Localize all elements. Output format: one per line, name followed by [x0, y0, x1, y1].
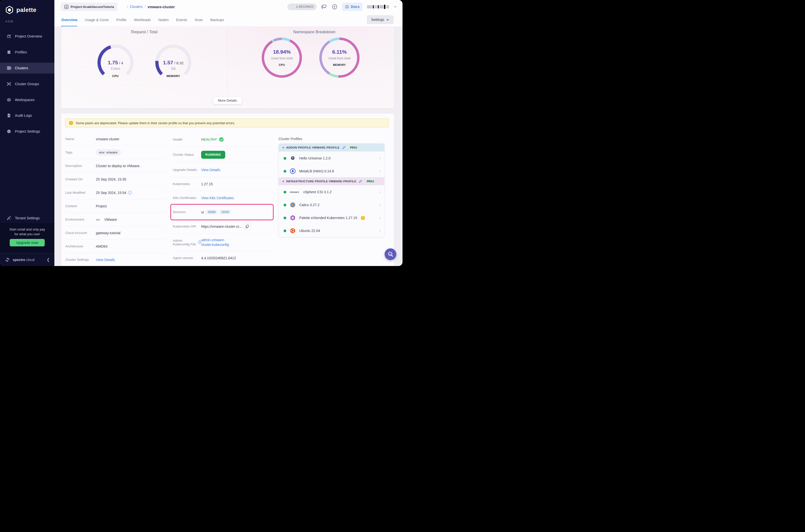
cluster-settings-view-details-link[interactable]: View Details [96, 258, 115, 262]
gear-icon [6, 129, 12, 134]
tag-badge: env: vmware [96, 150, 121, 155]
link-icon [359, 179, 362, 183]
status-dot [284, 157, 286, 160]
project-selector[interactable]: Project-ScaleSecureTutoria [61, 2, 117, 11]
chevron-right-icon: › [379, 203, 381, 207]
copy-icon[interactable] [244, 223, 251, 230]
sidebar-item-project-overview[interactable]: Project Overview [0, 31, 54, 42]
docs-button[interactable]: Docs [342, 3, 363, 11]
view-k8s-certificates-link[interactable]: View K8s Certificates [201, 196, 234, 200]
chevron-down-icon: ▾ [283, 146, 284, 149]
detail-row-kubernetes-api: Kubernetes APIhttps://vmware-cluster-ct.… [173, 219, 273, 234]
top-bar: Project-ScaleSecureTutoria / Clusters / … [54, 0, 402, 14]
usage-meter: 1.49/100kCh [287, 3, 317, 10]
tools-icon [6, 215, 12, 221]
detail-row-name: Namevmware-cluster [65, 132, 166, 146]
pack-row-hello-universe[interactable]: Hello Universe 1.2.0 › [279, 152, 384, 165]
chevron-down-icon: ▾ [283, 180, 284, 183]
metallb-icon [290, 168, 296, 174]
sidebar-item-tenant-settings[interactable]: Tenant Settings [0, 213, 54, 224]
chevron-right-icon: › [379, 215, 381, 220]
collapse-sidebar-icon[interactable]: ❮ [47, 257, 50, 262]
sidebar-item-label: Workspaces [15, 98, 35, 102]
upgrade-view-details-link[interactable]: View Details [201, 168, 220, 172]
user-name-redacted[interactable] [367, 5, 389, 9]
chevron-right-icon: › [379, 156, 381, 161]
docs-label: Docs [351, 5, 360, 9]
chevron-right-icon: › [379, 190, 381, 194]
tab-workloads[interactable]: Workloads [134, 13, 151, 26]
memory-gauge-chart: 1.57 / 8.32 Gb MEMORY [153, 43, 193, 82]
status-dot [284, 191, 286, 193]
audit-logs-icon [6, 113, 12, 118]
page-title: vmware-cluster [148, 5, 175, 9]
breadcrumb-clusters-link[interactable]: Clusters [130, 5, 142, 9]
tab-backups[interactable]: Backups [210, 13, 224, 26]
ubuntu-icon [290, 228, 296, 234]
detail-row-tags: Tagsenv: vmware [65, 146, 166, 159]
settings-button[interactable]: Settings [367, 15, 394, 24]
hello-universe-icon [290, 155, 296, 161]
cluster-profiles-panel: ▾ ADDON PROFILE VMWARE-PROFILE PROJ Hell… [279, 144, 384, 237]
link-icon [342, 146, 346, 150]
more-details-button[interactable]: More Details [213, 97, 242, 104]
project-overview-icon [6, 34, 12, 39]
chevron-down-icon [386, 18, 389, 21]
detail-row-kubernetes: Kubernetes1.27.15 [173, 177, 273, 191]
breadcrumb-separator: / [145, 5, 146, 9]
banner-text: Some packs are deprecated. Please update… [76, 121, 235, 125]
sidebar-item-workspaces[interactable]: Workspaces [0, 94, 54, 105]
info-icon[interactable]: i [128, 191, 132, 194]
detail-row-services: Servicesui:8080:3000 [173, 205, 273, 219]
pack-row-metallb[interactable]: MetalLB (Helm) 0.14.8 › [279, 165, 384, 177]
help-search-fab[interactable] [385, 248, 396, 260]
detail-row-admin-kubeconfig: Admin Kubeconfig Fileiadmin.vmware-clust… [173, 234, 273, 251]
pack-row-calico[interactable]: Calico 3.27.2 › [279, 199, 384, 211]
pack-row-vsphere-csi[interactable]: vmware vSphere CSI 3.1.2 › [279, 186, 384, 198]
service-port-3000-link[interactable]: :3000 [219, 210, 231, 214]
service-port-8080-link[interactable]: :8080 [206, 210, 217, 214]
svg-text:vm: vm [96, 218, 100, 221]
promo-text: Start small and only pay for what you us… [0, 223, 54, 236]
sidebar-item-project-settings[interactable]: Project Settings [0, 126, 54, 137]
sidebar-item-label: Tenant Settings [15, 216, 40, 220]
tab-events[interactable]: Events [176, 13, 187, 26]
breadcrumb-separator: / [127, 5, 128, 9]
info-icon[interactable]: i [198, 241, 201, 244]
tab-profile[interactable]: Profile [116, 13, 127, 26]
proj-badge: PROJ [365, 179, 376, 184]
detail-row-cluster-status: Cluster StatusRUNNING [173, 147, 273, 163]
calico-icon [290, 202, 296, 208]
proj-badge: PROJ [348, 145, 360, 150]
chat-icon[interactable] [321, 4, 327, 10]
tab-overview[interactable]: Overview [61, 13, 77, 26]
addon-profile-section-header[interactable]: ▾ ADDON PROFILE VMWARE-PROFILE PROJ [279, 144, 384, 152]
status-dot [284, 170, 286, 173]
infrastructure-profile-section-header[interactable]: ▾ INFRASTRUCTURE PROFILE VMWARE-PROFILE … [279, 177, 384, 185]
vmware-logo-icon: vmware [290, 190, 300, 194]
detail-row-architecture: ArchitectureAMD64 [65, 240, 166, 253]
namespace-breakdown-title: Namespace Breakdown [265, 30, 364, 34]
compass-icon[interactable] [332, 4, 338, 10]
kubeconfig-download-link[interactable]: admin.vmware-cluster.kubeconfig [201, 238, 229, 247]
sidebar-item-clusters[interactable]: Clusters [0, 62, 54, 74]
palette-logo: palette [5, 5, 37, 14]
sidebar-item-audit-logs[interactable]: Audit Logs [0, 110, 54, 121]
upgrade-now-button[interactable]: Upgrade now [10, 239, 45, 246]
details-left-column: Namevmware-cluster Tagsenv: vmware Descr… [65, 132, 166, 266]
sidebar-item-profiles[interactable]: Profiles [0, 47, 54, 58]
profiles-icon [6, 50, 12, 55]
user-menu-chevron-down-icon[interactable] [394, 5, 397, 8]
pack-row-ubuntu[interactable]: Ubuntu 22.04 › [279, 225, 384, 237]
sidebar-item-label: Profiles [15, 50, 27, 54]
breadcrumb: / Clusters / vmware-cluster [127, 0, 175, 14]
app-window: palette 4.4.20 Project Overview Profiles… [0, 0, 402, 266]
cpu-gauge-label: CPU [96, 75, 135, 77]
pack-row-palette-extended-kubernetes[interactable]: Palette eXtended Kubernetes 1.27.15 ! › [279, 212, 384, 224]
sidebar-item-cluster-groups[interactable]: Cluster Groups [0, 78, 54, 90]
tab-usage-costs[interactable]: Usage & Costs [85, 13, 109, 26]
tab-nodes[interactable]: Nodes [158, 13, 169, 26]
tab-scan[interactable]: Scan [195, 13, 203, 26]
status-dot [284, 229, 286, 232]
clusters-icon [6, 65, 12, 71]
